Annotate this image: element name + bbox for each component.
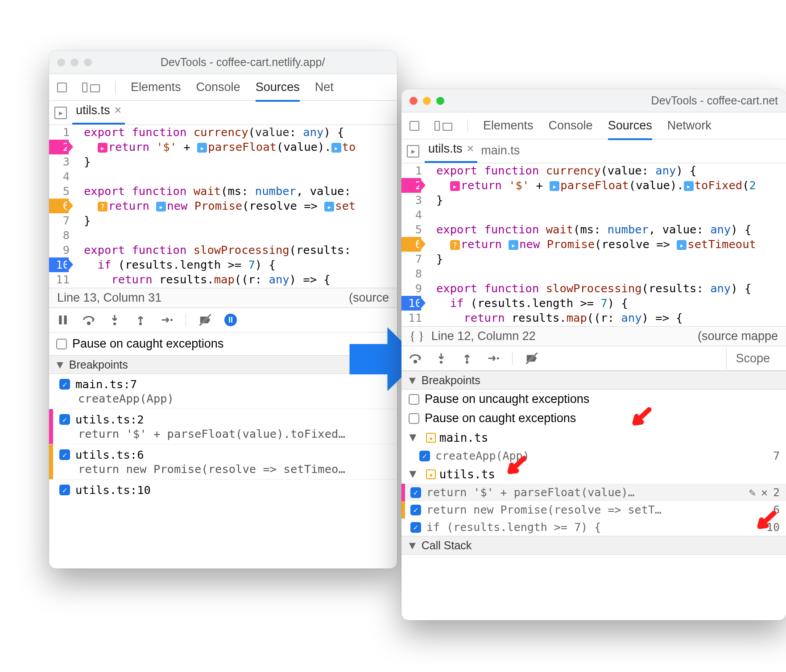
- breakpoint-group-utils[interactable]: ▼⬥ utils.ts: [401, 465, 786, 484]
- devtools-window-old: DevTools - coffee-cart.netlify.app/ Elem…: [49, 51, 397, 568]
- separator: [115, 81, 116, 94]
- scope-tab[interactable]: Scope: [726, 347, 779, 370]
- bp-checkbox[interactable]: [59, 379, 70, 390]
- editor-status-bar: Line 13, Column 31 (source: [49, 288, 397, 307]
- sourcemap-label: (source: [349, 291, 389, 305]
- zoom-dot[interactable]: [84, 58, 92, 66]
- zoom-dot[interactable]: [436, 97, 444, 105]
- separator: [186, 313, 186, 327]
- tab-network[interactable]: Net: [315, 80, 334, 94]
- breakpoints-header[interactable]: ▼Breakpoints: [401, 371, 786, 390]
- traffic-lights[interactable]: [57, 58, 92, 66]
- svg-point-9: [440, 361, 443, 364]
- step-into-icon[interactable]: [434, 352, 448, 365]
- device-icon[interactable]: [82, 83, 100, 92]
- bp-checkbox[interactable]: [410, 522, 421, 533]
- bp-checkbox[interactable]: [410, 505, 421, 515]
- inspect-icon[interactable]: [410, 121, 419, 131]
- breakpoint-item[interactable]: if (results.length >= 7) { 10: [401, 519, 786, 536]
- svg-point-2: [88, 322, 90, 324]
- navigator-icon[interactable]: [407, 145, 419, 158]
- breakpoint-group-main[interactable]: ▼⬥ main.ts: [401, 428, 786, 447]
- pause-caught-label: Pause on caught exceptions: [425, 411, 576, 425]
- breakpoint-item[interactable]: createApp(App) 7: [401, 447, 786, 465]
- pause-caught-row[interactable]: Pause on caught exceptions: [401, 409, 786, 428]
- remove-icon[interactable]: ✕: [761, 486, 768, 499]
- code-editor[interactable]: 1export function currency(value: any) { …: [49, 125, 397, 288]
- step-out-icon[interactable]: [134, 313, 147, 327]
- devtools-window-new: DevTools - coffee-cart.net Elements Cons…: [401, 89, 786, 620]
- pause-caught-checkbox[interactable]: [409, 413, 419, 424]
- bp-checkbox[interactable]: [59, 485, 70, 495]
- file-icon: ⬥: [426, 433, 436, 443]
- bp-checkbox[interactable]: [59, 449, 70, 460]
- step-over-icon[interactable]: [409, 352, 422, 365]
- tab-elements[interactable]: Elements: [483, 119, 534, 133]
- breakpoint-item[interactable]: utils.ts:2 return '$' + parseFloat(value…: [49, 409, 397, 444]
- pause-caught-checkbox[interactable]: [56, 339, 67, 349]
- bp-checkbox[interactable]: [410, 487, 421, 498]
- navigator-icon[interactable]: [54, 107, 67, 119]
- close-dot[interactable]: [57, 58, 65, 66]
- file-icon: ⬥: [426, 469, 436, 479]
- window-title: DevTools - coffee-cart.netlify.app/: [96, 56, 389, 69]
- tab-console[interactable]: Console: [549, 119, 593, 133]
- file-tab-main[interactable]: main.ts: [477, 139, 523, 163]
- minimize-dot[interactable]: [70, 58, 79, 66]
- deactivate-breakpoints-icon[interactable]: [525, 352, 538, 365]
- step-icon[interactable]: [486, 352, 500, 365]
- annotation-arrow-icon: [502, 454, 529, 481]
- step-into-icon[interactable]: [108, 313, 121, 327]
- tab-network[interactable]: Network: [667, 119, 712, 133]
- tab-console[interactable]: Console: [196, 80, 240, 94]
- breakpoint-item[interactable]: return new Promise(resolve => setT… 6: [401, 501, 786, 519]
- bp-checkbox[interactable]: [419, 451, 430, 461]
- step-icon[interactable]: [160, 313, 173, 327]
- breakpoint-item[interactable]: utils.ts:6 return new Promise(resolve =>…: [49, 444, 397, 479]
- tab-sources[interactable]: Sources: [256, 80, 300, 102]
- file-tab-bar: utils.ts × main.ts: [401, 139, 786, 163]
- separator: [512, 352, 513, 365]
- title-bar[interactable]: DevTools - coffee-cart.net: [401, 89, 786, 112]
- device-icon[interactable]: [434, 121, 452, 131]
- pause-caught-label: Pause on caught exceptions: [72, 337, 223, 351]
- close-icon[interactable]: ×: [115, 104, 122, 117]
- breakpoint-item[interactable]: utils.ts:10: [49, 479, 397, 500]
- svg-point-3: [113, 323, 116, 325]
- file-tab-utils[interactable]: utils.ts ×: [72, 99, 125, 124]
- pause-icon[interactable]: [56, 313, 70, 327]
- debugger-toolbar: Scope: [401, 346, 786, 371]
- step-over-icon[interactable]: [82, 313, 95, 327]
- pause-on-exceptions-icon[interactable]: II: [224, 314, 237, 326]
- traffic-lights[interactable]: [410, 97, 444, 105]
- sourcemap-label: (source mappe: [698, 329, 778, 343]
- devtools-tabs: Elements Console Sources Network: [401, 112, 786, 139]
- pause-uncaught-label: Pause on uncaught exceptions: [425, 392, 589, 406]
- step-out-icon[interactable]: [460, 352, 474, 365]
- minimize-dot[interactable]: [423, 97, 431, 105]
- cursor-position: Line 13, Column 31: [57, 291, 161, 305]
- svg-point-4: [139, 323, 142, 325]
- bp-checkbox[interactable]: [59, 414, 70, 425]
- svg-point-10: [466, 361, 468, 364]
- svg-point-8: [414, 361, 417, 363]
- inspect-icon[interactable]: [57, 83, 67, 92]
- editor-status-bar: { } Line 12, Column 22 (source mappe: [401, 326, 786, 346]
- annotation-arrow-icon: [627, 405, 654, 432]
- pretty-print-icon[interactable]: { }: [410, 329, 424, 343]
- pause-uncaught-checkbox[interactable]: [409, 394, 419, 405]
- tab-sources[interactable]: Sources: [608, 119, 652, 140]
- color-stripe: [401, 484, 405, 501]
- deactivate-breakpoints-icon[interactable]: [199, 313, 212, 327]
- close-icon[interactable]: ×: [467, 142, 474, 156]
- tab-elements[interactable]: Elements: [131, 80, 181, 94]
- close-dot[interactable]: [410, 97, 418, 105]
- annotation-arrow-icon: [752, 509, 778, 535]
- callstack-header[interactable]: ▼Call Stack: [401, 536, 786, 555]
- file-tab-utils[interactable]: utils.ts ×: [425, 137, 477, 163]
- edit-icon[interactable]: ✎: [749, 486, 756, 499]
- pause-uncaught-row[interactable]: Pause on uncaught exceptions: [401, 390, 786, 409]
- breakpoint-item[interactable]: return '$' + parseFloat(value)… ✎ ✕ 2: [401, 484, 786, 501]
- code-editor[interactable]: 1export function currency(value: any) { …: [401, 163, 786, 326]
- title-bar[interactable]: DevTools - coffee-cart.netlify.app/: [49, 51, 397, 74]
